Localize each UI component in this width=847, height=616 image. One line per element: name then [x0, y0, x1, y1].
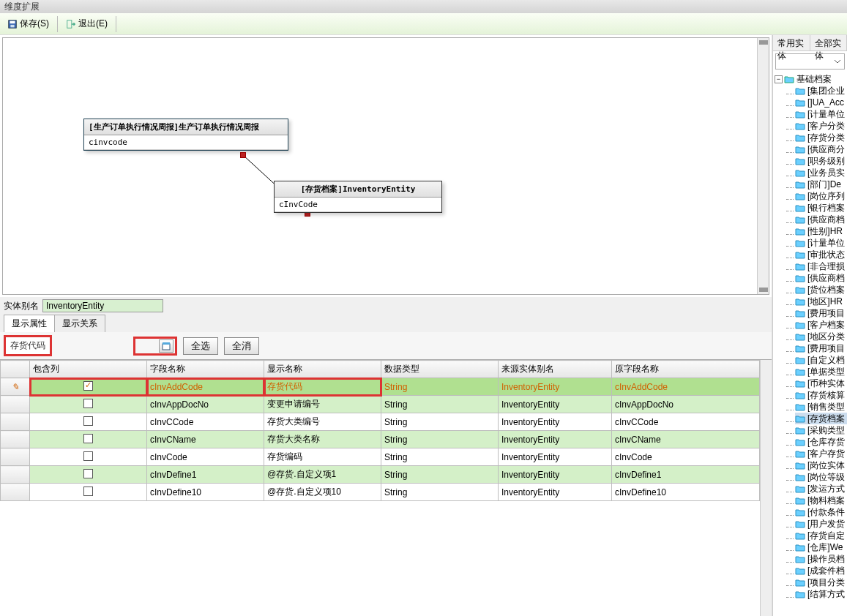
table-row[interactable]: cInvAppDocNo 变更申请编号 String InventoryEnti… — [1, 396, 760, 413]
tree-item[interactable]: [地区分类 — [795, 331, 847, 342]
tree-item[interactable]: [仓库]We — [795, 541, 847, 553]
tree-item[interactable]: [币种实体 — [795, 378, 847, 389]
cell-display[interactable]: @存货.自定义项10 — [264, 484, 381, 501]
tree-root[interactable]: − 基础档案 — [775, 73, 847, 85]
include-checkbox[interactable] — [83, 487, 93, 496]
tree-item[interactable]: [发运方式 — [795, 483, 847, 495]
save-button[interactable]: 保存(S) — [3, 16, 53, 31]
entity-search[interactable] — [775, 53, 845, 70]
tree-item[interactable]: [供应商分 — [795, 143, 847, 155]
tree-item[interactable]: [用户发货 — [795, 518, 847, 530]
table-row[interactable]: cInvCode 存货编码 String InventoryEntity cIn… — [1, 448, 760, 466]
include-checkbox[interactable] — [83, 469, 93, 478]
tree-item[interactable]: [部门]De — [795, 179, 847, 190]
folder-icon — [795, 367, 805, 376]
cell-field[interactable]: cInvDefine1 — [147, 466, 264, 484]
tree-item[interactable]: [岗位实体 — [795, 459, 847, 471]
entity-box-report[interactable]: [生产订单执行情况周报]生产订单执行情况周报 cinvcode — [83, 119, 288, 151]
cell-field[interactable]: cInvDefine10 — [147, 484, 264, 501]
cell-field[interactable]: cInvCode — [147, 448, 264, 466]
select-none-button[interactable]: 全消 — [224, 337, 259, 355]
tree-item[interactable]: [非合理损 — [795, 260, 847, 272]
cell-display[interactable]: 变更申请编号 — [264, 396, 381, 413]
entity-box-inventory[interactable]: [存货档案]InventoryEntity cInvCode — [274, 181, 442, 213]
tree-item[interactable]: [存货自定 — [795, 530, 847, 541]
tree-item[interactable]: [集团企业 — [795, 85, 847, 97]
tree-item[interactable]: [计量单位 — [795, 237, 847, 249]
tree-item[interactable]: [货位档案 — [795, 284, 847, 296]
tree-item[interactable]: [销售类型 — [795, 401, 847, 413]
col-datatype[interactable]: 数据类型 — [381, 361, 499, 378]
include-checkbox[interactable] — [83, 451, 93, 461]
include-checkbox[interactable] — [83, 434, 93, 443]
tree-item[interactable]: [单据类型 — [795, 366, 847, 378]
exit-button[interactable]: 退出(E) — [61, 16, 112, 31]
tree-item[interactable]: [供应商档 — [795, 272, 847, 284]
tree-item[interactable]: [费用项目 — [795, 307, 847, 319]
tree-item[interactable]: [自定义档 — [795, 354, 847, 366]
tree-item[interactable]: [审批状态 — [795, 249, 847, 260]
include-checkbox[interactable] — [83, 399, 93, 408]
grid-scrollbar[interactable] — [760, 360, 772, 616]
include-checkbox[interactable] — [83, 416, 93, 426]
col-source[interactable]: 来源实体别名 — [499, 361, 612, 378]
collapse-icon[interactable]: − — [775, 75, 783, 83]
tree-item[interactable]: [结算方式 — [795, 588, 847, 600]
cell-display[interactable]: 存货大类名称 — [264, 431, 381, 448]
cell-field[interactable]: cInvAddCode — [147, 378, 264, 396]
cell-display[interactable]: 存货编码 — [264, 448, 381, 466]
col-displayname[interactable]: 显示名称 — [264, 361, 381, 378]
cell-field[interactable]: cInvCCode — [147, 413, 264, 431]
tree-item[interactable]: [银行档案 — [795, 202, 847, 214]
cell-field[interactable]: cInvCName — [147, 431, 264, 448]
table-row[interactable]: cInvDefine1 @存货.自定义项1 String InventoryEn… — [1, 466, 760, 484]
cell-display[interactable]: 存货代码 — [264, 378, 381, 396]
col-fieldname[interactable]: 字段名称 — [147, 361, 264, 378]
alias-input[interactable] — [42, 299, 163, 312]
table-row[interactable]: ✎ cInvAddCode 存货代码 String InventoryEntit… — [1, 378, 760, 396]
canvas-scrollbar[interactable] — [757, 38, 769, 294]
tree-item[interactable]: [物料档案 — [795, 495, 847, 506]
tree-item[interactable]: [性别]HR — [795, 225, 847, 237]
tree-item[interactable]: [存货分类 — [795, 132, 847, 143]
tree-item[interactable]: [付款条件 — [795, 506, 847, 518]
tree-item[interactable]: [费用项目 — [795, 342, 847, 354]
folder-icon — [795, 297, 805, 306]
tree-item[interactable]: [采购类型 — [795, 424, 847, 436]
tree-item[interactable]: [操作员档 — [795, 553, 847, 565]
cell-field[interactable]: cInvAppDocNo — [147, 396, 264, 413]
tab-all-entities[interactable]: 全部实体 — [810, 35, 848, 50]
tree-item[interactable]: [存货核算 — [795, 389, 847, 401]
tree-item[interactable]: [客户存货 — [795, 448, 847, 459]
select-all-button[interactable]: 全选 — [183, 337, 218, 355]
tree-item[interactable]: [计量单位 — [795, 108, 847, 120]
tab-attributes[interactable]: 显示属性 — [4, 315, 55, 332]
tree-item[interactable]: [岗位等级 — [795, 471, 847, 483]
diagram-canvas[interactable]: [生产订单执行情况周报]生产订单执行情况周报 cinvcode [存货档案]In… — [3, 38, 757, 294]
include-checkbox[interactable] — [83, 381, 93, 391]
tab-relations[interactable]: 显示关系 — [54, 315, 105, 332]
tree-item[interactable]: [职务级别 — [795, 155, 847, 167]
tree-item[interactable]: [客户分类 — [795, 120, 847, 132]
tree-item-label: [存货档案 — [807, 413, 845, 425]
table-row[interactable]: cInvCCode 存货大类编号 String InventoryEntity … — [1, 413, 760, 431]
cell-display[interactable]: @存货.自定义项1 — [264, 466, 381, 484]
table-row[interactable]: cInvCName 存货大类名称 String InventoryEntity … — [1, 431, 760, 448]
cell-display[interactable]: 存货大类编号 — [264, 413, 381, 431]
tree-item[interactable]: [客户档案 — [795, 319, 847, 331]
tree-item[interactable]: [存货档案 — [795, 413, 847, 424]
tree-item[interactable]: [供应商档 — [795, 214, 847, 225]
tree-item[interactable]: [业务员实 — [795, 167, 847, 179]
col-include[interactable]: 包含列 — [30, 361, 147, 378]
tree-item[interactable]: [仓库存货 — [795, 436, 847, 448]
lookup-button[interactable] — [159, 339, 173, 353]
tree-item[interactable]: [岗位序列 — [795, 190, 847, 202]
col-original[interactable]: 原字段名称 — [612, 361, 760, 378]
link-handle[interactable] — [240, 152, 246, 158]
tree-item[interactable]: [地区]HR — [795, 296, 847, 307]
tree-item[interactable]: [成套件档 — [795, 565, 847, 576]
table-row[interactable]: cInvDefine10 @存货.自定义项10 String Inventory… — [1, 484, 760, 501]
tree-item[interactable]: []UA_Acc — [795, 97, 847, 108]
tree-item[interactable]: [项目分类 — [795, 576, 847, 588]
tab-common-entities[interactable]: 常用实体 — [773, 35, 810, 50]
